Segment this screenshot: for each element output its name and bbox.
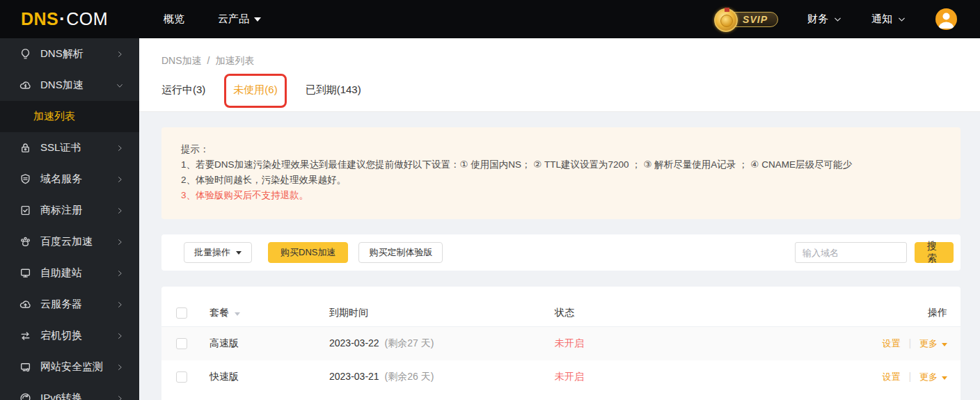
days-remaining: (剩余26 天): [385, 371, 434, 382]
sidebar-item-label: 云服务器: [40, 298, 116, 311]
expire-date: 2023-03-21: [329, 371, 379, 382]
sidebar-item-label: SSL证书: [40, 141, 116, 154]
trademark-icon: [19, 205, 31, 216]
buy-custom-trial-button[interactable]: 购买定制体验版: [358, 242, 443, 263]
column-actions: 操作: [856, 307, 961, 319]
monitor-icon: [19, 267, 31, 279]
chevron-right-icon: [116, 363, 124, 371]
sidebar-subitem-acceleration-list[interactable]: 加速列表: [0, 101, 139, 132]
sidebar-item-dns-acceleration[interactable]: DNS加速: [0, 70, 139, 101]
sidebar-item-baidu-cloud-accel[interactable]: 百度云加速: [0, 226, 139, 257]
nav-finance[interactable]: 财务: [807, 13, 842, 26]
bulb-icon: [19, 48, 31, 60]
sidebar-item-label: DNS解析: [40, 47, 116, 61]
sidebar-item-label: DNS加速: [40, 79, 116, 92]
cloud-bolt-icon: [19, 79, 31, 91]
select-all-checkbox[interactable]: [176, 307, 187, 319]
chevron-right-icon: [116, 332, 124, 340]
sidebar-item-trademark[interactable]: 商标注册: [0, 195, 139, 226]
user-avatar[interactable]: [935, 8, 957, 30]
caret-down-icon: [942, 343, 947, 346]
cloud-server-icon: [19, 298, 31, 310]
monitor-gear-icon: [19, 361, 31, 373]
row-checkbox[interactable]: [176, 371, 187, 383]
days-remaining: (剩余27 天): [385, 337, 434, 349]
sidebar-item-cloud-server[interactable]: 云服务器: [0, 289, 139, 320]
sidebar-item-label: 百度云加速: [40, 235, 116, 248]
sort-caret-icon[interactable]: [235, 312, 240, 316]
medal-icon: [714, 8, 738, 32]
sidebar-item-label: 网站安全监测: [40, 360, 116, 374]
notice-line-1: 1、若要DNS加速污染处理效果达到最佳建议您提前做好以下设置：① 使用国内NS；…: [181, 157, 941, 173]
svip-badge[interactable]: SVIP: [714, 8, 778, 31]
dnscom-logo[interactable]: DNS·COM: [21, 9, 108, 29]
caret-down-icon: [254, 17, 261, 22]
sidebar-item-label: 域名服务: [40, 173, 116, 186]
column-status: 状态: [555, 307, 856, 319]
person-icon: [935, 8, 957, 30]
batch-actions-dropdown[interactable]: 批量操作: [184, 242, 252, 263]
status-tabs: 运行中(3) 未使用(6) 已到期(143): [161, 72, 961, 108]
more-dropdown[interactable]: 更多: [919, 338, 947, 349]
chevron-down-icon: [116, 81, 124, 90]
tab-expired[interactable]: 已到期(143): [306, 81, 361, 99]
status-badge: 未开启: [555, 371, 584, 382]
breadcrumb-page: 加速列表: [215, 55, 254, 67]
table-row: 高速版 2023-03-22 (剩余27 天) 未开启 设置 | 更多: [161, 327, 961, 360]
sidebar-item-dns-resolution[interactable]: DNS解析: [0, 38, 139, 70]
sidebar-item-ipv6-conversion[interactable]: IPv6转换: [0, 383, 139, 400]
top-header-bar: DNS·COM 概览 云产品 SVIP 财务 通知: [0, 0, 980, 38]
column-plan: 套餐: [210, 307, 229, 318]
plan-name: 快速版: [195, 371, 329, 383]
chevron-right-icon: [116, 50, 124, 58]
nav-overview-label: 概览: [164, 13, 184, 26]
chevron-right-icon: [116, 207, 124, 215]
chevron-right-icon: [116, 301, 124, 309]
chevron-right-icon: [116, 238, 124, 246]
more-label: 更多: [919, 371, 938, 382]
tab-running[interactable]: 运行中(3): [161, 81, 205, 99]
settings-link[interactable]: 设置: [883, 371, 901, 382]
acceleration-table: 套餐 到期时间 状态 操作 高速版 2023-03-22 (剩余27 天) 未开…: [161, 287, 961, 400]
sidebar-subitem-label: 加速列表: [33, 110, 75, 123]
notice-title: 提示：: [181, 142, 941, 157]
sidebar-item-site-security-monitor[interactable]: 网站安全监测: [0, 351, 139, 383]
nav-notifications[interactable]: 通知: [871, 13, 906, 26]
shield-icon: [19, 173, 31, 185]
caret-down-icon: [942, 376, 947, 380]
chevron-right-icon: [116, 175, 124, 184]
status-badge: 未开启: [555, 337, 584, 349]
sidebar-item-domain-services[interactable]: 域名服务: [0, 163, 139, 195]
nav-notifications-label: 通知: [871, 13, 892, 26]
table-row: 快速版 2023-03-21 (剩余26 天) 未开启 设置 | 更多: [161, 360, 961, 394]
tips-notice-panel: 提示： 1、若要DNS加速污染处理效果达到最佳建议您提前做好以下设置：① 使用国…: [161, 127, 961, 219]
logo-dot: ·: [59, 9, 65, 29]
nav-overview[interactable]: 概览: [164, 13, 184, 26]
sidebar-item-failover-switch[interactable]: 宕机切换: [0, 320, 139, 351]
row-checkbox[interactable]: [176, 338, 187, 349]
top-right-nav: SVIP 财务 通知: [714, 8, 957, 31]
action-separator: |: [908, 337, 911, 349]
sidebar: DNS解析 DNS加速 加速列表 SSL证书 域名服务 商标注册 百度云加速 自…: [0, 38, 139, 400]
sidebar-item-site-builder[interactable]: 自助建站: [0, 257, 139, 289]
settings-link[interactable]: 设置: [883, 338, 901, 349]
chevron-down-icon: [897, 15, 906, 24]
domain-search-input[interactable]: [795, 242, 907, 263]
nav-cloud-products[interactable]: 云产品: [218, 13, 261, 26]
sidebar-item-label: 自助建站: [40, 266, 116, 280]
expire-date: 2023-03-22: [329, 337, 379, 349]
logo-text-dns: DNS: [21, 9, 58, 29]
sidebar-item-ssl-cert[interactable]: SSL证书: [0, 132, 139, 163]
buy-dns-accel-button[interactable]: 购买DNS加速: [268, 242, 348, 263]
search-button[interactable]: 搜索: [915, 242, 954, 263]
action-separator: |: [908, 371, 911, 382]
more-dropdown[interactable]: 更多: [919, 371, 947, 382]
page-header-section: DNS加速 / 加速列表 运行中(3) 未使用(6) 已到期(143): [139, 38, 980, 112]
chevron-down-icon: [833, 15, 842, 24]
search-area: 搜索: [795, 242, 954, 263]
nav-cloud-products-label: 云产品: [218, 13, 249, 26]
breadcrumb-section[interactable]: DNS加速: [161, 55, 202, 67]
sidebar-item-label: 宕机切换: [40, 329, 116, 342]
tab-unused[interactable]: 未使用(6): [233, 81, 277, 99]
chevron-right-icon: [116, 144, 124, 152]
